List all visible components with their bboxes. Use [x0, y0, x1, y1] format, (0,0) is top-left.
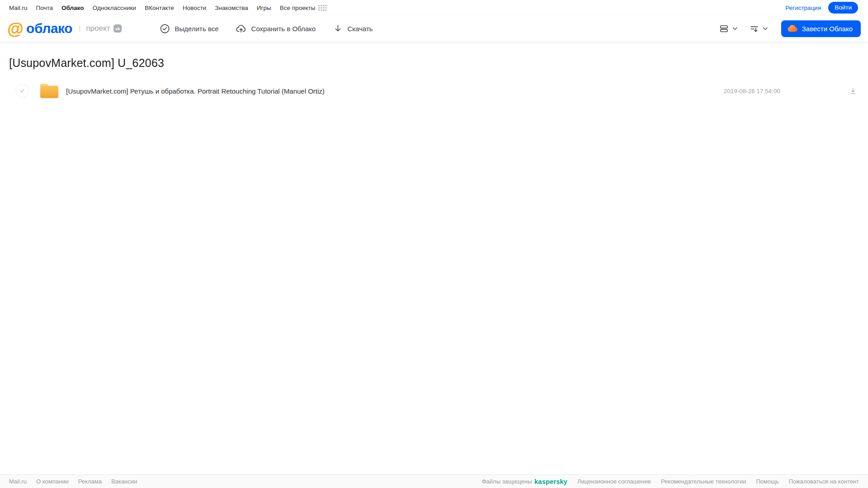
file-link[interactable]: [UsupovMarket.com] Ретушь и обработка. P… — [66, 87, 724, 95]
cloud-header: @ облако | проект vk Выделить все — [0, 15, 868, 42]
project-label: проект — [86, 24, 110, 33]
download-arrow-icon — [333, 24, 343, 33]
footer-link-jobs[interactable]: Вакансии — [111, 478, 137, 485]
file-toolbar: Выделить все Сохранить в Облако Скачать — [160, 23, 373, 34]
chevron-down-icon — [762, 25, 768, 32]
logo-divider: | — [79, 24, 81, 33]
portal-link-odnoklassniki[interactable]: Одноклассники — [92, 5, 136, 11]
login-button[interactable]: Войти — [828, 2, 858, 14]
get-cloud-label: Завести Облако — [802, 25, 853, 33]
header-right-controls: Завести Облако — [719, 20, 861, 37]
view-mode-toggle[interactable] — [719, 24, 738, 34]
file-modified-date: 2019-08-26 17:54:00 — [724, 88, 780, 95]
mailru-at-icon: @ — [7, 20, 23, 37]
footer-left-links: Mail.ru О компании Реклама Вакансии — [9, 478, 137, 485]
footer-link-help[interactable]: Помощь — [756, 478, 778, 485]
portal-link-mailru[interactable]: Mail.ru — [9, 5, 28, 11]
orange-cloud-icon — [787, 25, 797, 32]
apps-grid-icon[interactable] — [318, 5, 327, 11]
cloud-logo-text: облако — [26, 21, 72, 36]
footer-right-links: Файлы защищены kaspersky Лицензионное со… — [482, 478, 859, 485]
sort-toggle[interactable] — [749, 24, 768, 34]
download-file-icon[interactable] — [849, 87, 857, 95]
protected-by-label: Файлы защищены — [482, 478, 531, 485]
footer-link-report[interactable]: Пожаловаться на контент — [789, 478, 859, 485]
sort-icon — [749, 24, 759, 34]
list-view-icon — [719, 24, 729, 34]
portal-link-vkontakte[interactable]: ВКонтакте — [145, 5, 174, 11]
select-all-label: Выделить все — [175, 25, 218, 33]
row-checkbox[interactable] — [15, 84, 29, 98]
get-cloud-button[interactable]: Завести Облако — [781, 20, 861, 37]
portal-link-dating[interactable]: Знакомства — [215, 5, 248, 11]
portal-nav: Mail.ru Почта Облако Одноклассники ВКонт… — [0, 0, 868, 15]
cloud-upload-icon — [236, 23, 247, 34]
cloud-logo[interactable]: @ облако | проект vk — [7, 20, 122, 37]
file-row[interactable]: [UsupovMarket.com] Ретушь и обработка. P… — [0, 81, 868, 101]
check-icon — [19, 88, 25, 94]
save-to-cloud-button[interactable]: Сохранить в Облако — [236, 23, 316, 34]
vk-badge-icon: vk — [114, 24, 122, 33]
portal-link-news[interactable]: Новости — [183, 5, 206, 11]
portal-link-games[interactable]: Игры — [257, 5, 271, 11]
folder-icon[interactable] — [39, 83, 60, 99]
footer-link-recommendations[interactable]: Рекомендательные технологии — [661, 478, 746, 485]
select-all-button[interactable]: Выделить все — [160, 24, 218, 34]
footer-link-mailru[interactable]: Mail.ru — [9, 478, 27, 485]
check-circle-icon — [160, 24, 170, 34]
kaspersky-protection: Файлы защищены kaspersky — [482, 478, 567, 485]
save-to-cloud-label: Сохранить в Облако — [251, 25, 316, 33]
footer-link-about[interactable]: О компании — [36, 478, 69, 485]
download-label: Скачать — [347, 25, 373, 33]
footer-link-license[interactable]: Лицензионное соглашение — [577, 478, 651, 485]
public-folder-content: [UsupovMarket.com] U_62063 [UsupovMarket… — [0, 57, 868, 101]
footer-link-ads[interactable]: Реклама — [78, 478, 102, 485]
page-title: [UsupovMarket.com] U_62063 — [9, 57, 868, 70]
portal-link-mail[interactable]: Почта — [36, 5, 53, 11]
portal-links: Mail.ru Почта Облако Одноклассники ВКонт… — [9, 5, 327, 11]
registration-link[interactable]: Регистрация — [785, 5, 821, 11]
portal-link-cloud-active[interactable]: Облако — [62, 5, 84, 11]
portal-link-all-projects[interactable]: Все проекты — [280, 5, 315, 11]
download-button[interactable]: Скачать — [333, 24, 373, 33]
kaspersky-logo[interactable]: kaspersky — [535, 478, 568, 485]
page-footer: Mail.ru О компании Реклама Вакансии Файл… — [0, 474, 868, 488]
chevron-down-icon — [732, 25, 738, 32]
